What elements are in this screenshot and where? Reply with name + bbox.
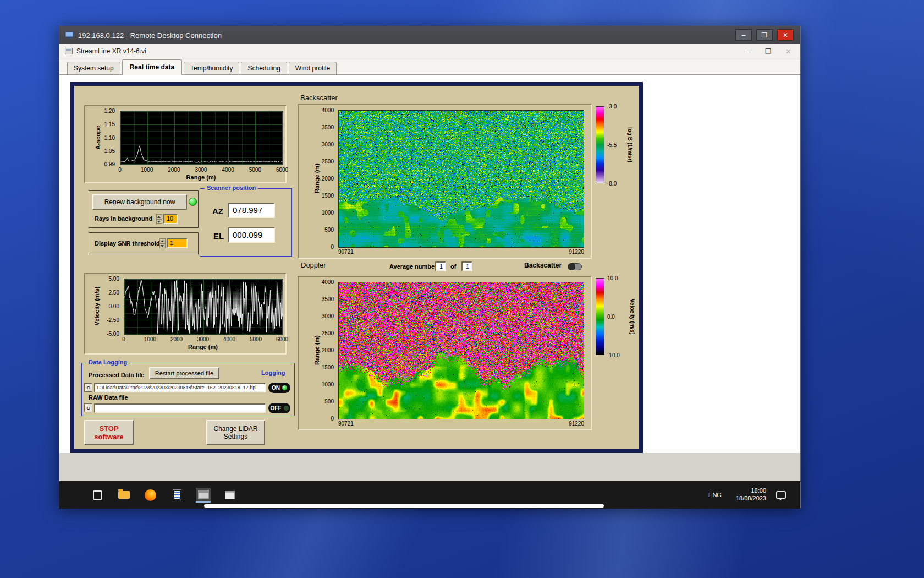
renew-background-led	[189, 198, 197, 206]
notification-icon[interactable]	[776, 491, 786, 499]
backscatter-x-ticks: 90721 91220	[338, 249, 584, 256]
y-tick-label: 0.0	[607, 314, 615, 320]
average-total-field[interactable]: 1	[461, 261, 472, 271]
tab-system-setup[interactable]: System setup	[67, 62, 120, 74]
y-tick-label: -10.0	[607, 352, 620, 358]
stop-software-button[interactable]: STOP software	[84, 420, 134, 445]
renew-background-button[interactable]: Renew background now	[92, 194, 187, 210]
vi-close-button[interactable]: ✕	[785, 47, 791, 56]
scanner-position-group: Scanner position AZ 078.997 EL 000.099	[200, 188, 292, 257]
vi-client-area: A-scope 1.201.151.101.050.99 01000200030…	[59, 75, 800, 481]
rdp-minimize-button[interactable]: –	[735, 29, 752, 41]
el-value-field: 000.099	[228, 227, 275, 243]
firefox-icon[interactable]	[143, 488, 158, 503]
raw-path-field[interactable]	[94, 403, 266, 413]
y-tick-label: 3500	[322, 124, 334, 130]
of-label: of	[450, 263, 456, 270]
vi-icon	[65, 48, 73, 54]
horizontal-scrollbar-thumb[interactable]	[204, 504, 604, 508]
front-panel: A-scope 1.201.151.101.050.99 01000200030…	[74, 86, 639, 449]
snr-spinner[interactable]	[160, 238, 166, 248]
document-app-icon[interactable]	[169, 488, 184, 503]
x-tick-label: 91220	[569, 249, 584, 255]
velocity-plot-canvas	[124, 279, 283, 334]
ascope-x-axis-label: Range (m)	[120, 174, 282, 181]
x-tick-label: 0	[118, 167, 122, 173]
tab-temp-humidity[interactable]: Temp/humidity	[184, 62, 239, 74]
doppler-plot-area	[338, 282, 584, 419]
rdp-window: 192.168.0.122 - Remote Desktop Connectio…	[59, 26, 801, 508]
x-tick-label: 91220	[569, 421, 584, 427]
velocity-plot-area	[124, 279, 283, 335]
vi-restore-button[interactable]: ❐	[765, 47, 771, 56]
clock[interactable]: 18:00 18/08/2023	[736, 487, 766, 503]
velocity-graph: Velocity (m/s) 5.002.500.00-2.50-5.00 01…	[84, 273, 287, 355]
panel-frame: A-scope 1.201.151.101.050.99 01000200030…	[70, 82, 643, 453]
x-tick-label: 1000	[141, 167, 153, 173]
backscatter-y-ticks: 40003500300025002000150010005000	[315, 110, 336, 247]
y-tick-label: 0.00	[109, 303, 119, 309]
velocity-y-ticks: 5.002.500.00-2.50-5.00	[98, 279, 122, 334]
data-logging-title: Data Logging	[86, 359, 129, 366]
streamline-app-icon[interactable]	[196, 488, 211, 503]
tab-scheduling[interactable]: Scheduling	[241, 62, 287, 74]
ascope-graph: A-scope 1.201.151.101.050.99 01000200030…	[84, 105, 287, 183]
average-number-field[interactable]: 1	[435, 261, 446, 271]
processed-drive-icon[interactable]: C	[84, 383, 92, 392]
rays-value-field[interactable]: 10	[163, 214, 178, 224]
raw-drive-icon[interactable]: C	[84, 403, 92, 412]
processed-logging-on-button[interactable]: ON	[268, 383, 290, 393]
x-tick-label: 2000	[168, 167, 180, 173]
backscatter-graph: Range (m) 400035003000250020001500100050…	[298, 104, 592, 259]
clock-time: 18:00	[736, 487, 766, 495]
x-tick-label: 90721	[338, 249, 354, 255]
y-tick-label: 500	[324, 227, 334, 233]
clock-date: 18/08/2023	[736, 495, 766, 503]
processed-path-field[interactable]: C:\Lidar\Data\Proc\2023\202308\20230818\…	[94, 383, 266, 392]
vi-window-title: StreamLine XR v14-6.vi	[76, 47, 146, 55]
raw-logging-off-button[interactable]: OFF	[268, 403, 290, 413]
change-lidar-settings-button[interactable]: Change LiDAR Settings	[206, 420, 265, 445]
x-tick-label: 5000	[250, 336, 262, 342]
ascope-plot-area	[120, 111, 283, 165]
scan-scheduler-icon[interactable]	[222, 488, 237, 503]
data-logging-group: Data Logging Processed Data file Restart…	[81, 363, 295, 416]
backscatter-colorbar-label: log B (1/m/sr)	[625, 106, 634, 183]
rays-spinner[interactable]	[156, 214, 162, 224]
tab-real-time-data[interactable]: Real time data	[122, 59, 182, 75]
x-tick-label: 5000	[249, 167, 261, 173]
y-tick-label: 0	[331, 244, 334, 250]
y-tick-label: 1.15	[105, 121, 115, 127]
ascope-y-ticks: 1.201.151.101.050.99	[96, 111, 117, 164]
rdp-maximize-button[interactable]: ❐	[756, 29, 773, 41]
doppler-graph: Range (m) 400035003000250020001500100050…	[298, 276, 592, 430]
az-value-field: 078.997	[228, 203, 275, 218]
tab-strip: System setup Real time data Temp/humidit…	[59, 58, 800, 75]
language-indicator[interactable]: ENG	[704, 488, 726, 501]
restart-processed-file-button[interactable]: Restart processed file	[149, 367, 219, 379]
y-tick-label: -3.0	[607, 103, 617, 110]
rdp-titlebar[interactable]: 192.168.0.122 - Remote Desktop Connectio…	[59, 26, 800, 44]
y-tick-label: 2500	[322, 159, 334, 165]
y-tick-label: -8.0	[607, 181, 617, 187]
y-tick-label: 3000	[322, 141, 334, 148]
tab-wind-profile[interactable]: Wind profile	[289, 62, 337, 74]
doppler-colorbar-label: Velocity (m/s)	[628, 278, 636, 355]
doppler-x-ticks: 90721 91220	[338, 421, 584, 428]
file-explorer-icon[interactable]	[117, 488, 131, 503]
rdp-close-button[interactable]: ✕	[777, 29, 794, 41]
snr-value-field[interactable]: 1	[167, 238, 188, 248]
vi-titlebar[interactable]: StreamLine XR v14-6.vi – ❐ ✕	[59, 44, 800, 58]
task-view-icon[interactable]	[90, 488, 105, 503]
x-tick-label: 4000	[223, 336, 235, 342]
average-number-label: Average number	[389, 263, 437, 270]
x-tick-label: 90721	[338, 421, 354, 427]
backscatter-heatmap-canvas	[339, 111, 584, 247]
backscatter-toggle-switch[interactable]	[568, 263, 582, 270]
raw-data-file-label: RAW Data file	[89, 394, 128, 401]
off-led-icon	[284, 406, 289, 411]
velocity-x-axis-label: Range (m)	[124, 343, 282, 350]
vi-minimize-button[interactable]: –	[746, 47, 750, 56]
rays-in-background-label: Rays in background	[95, 215, 152, 222]
ascope-plot-canvas	[120, 111, 283, 165]
